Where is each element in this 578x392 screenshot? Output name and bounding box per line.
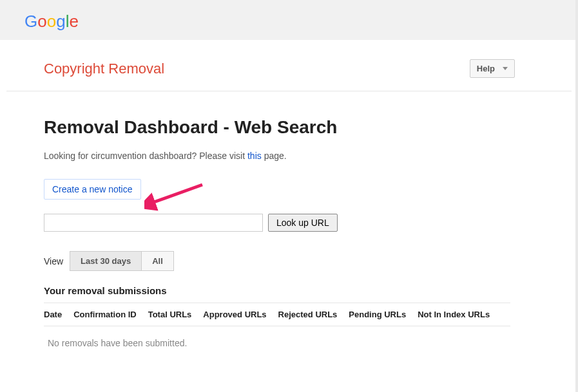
logo-letter: o <box>37 12 46 31</box>
tab-all[interactable]: All <box>142 251 174 271</box>
logo-letter: o <box>47 12 56 31</box>
submissions-title: Your removal submissions <box>44 285 510 296</box>
page-title: Removal Dashboard - Web Search <box>44 117 510 138</box>
col-not-in-index-urls: Not In Index URLs <box>418 310 490 319</box>
empty-message: No removals have been submitted. <box>44 338 510 348</box>
topbar: Google <box>0 0 578 40</box>
col-date: Date <box>44 310 62 319</box>
url-input[interactable] <box>44 214 263 232</box>
create-notice-button[interactable]: Create a new notice <box>44 179 141 200</box>
tab-last-30-days[interactable]: Last 30 days <box>70 251 142 271</box>
scrollbar-track <box>575 0 578 392</box>
view-tabs: View Last 30 days All <box>44 251 510 271</box>
page-description: Looking for circumvention dashboard? Ple… <box>44 151 510 161</box>
col-confirmation-id: Confirmation ID <box>73 310 137 319</box>
table-header-row: Date Confirmation ID Total URLs Approved… <box>44 310 510 326</box>
col-pending-urls: Pending URLs <box>349 310 406 319</box>
lookup-url-button[interactable]: Look up URL <box>268 214 338 232</box>
header-title: Copyright Removal <box>44 61 164 77</box>
view-label: View <box>44 256 63 266</box>
divider <box>44 303 510 303</box>
lookup-row: Look up URL <box>44 214 510 232</box>
help-button[interactable]: Help <box>470 59 515 78</box>
desc-text: Looking for circumvention dashboard? Ple… <box>44 151 247 161</box>
main-content: Removal Dashboard - Web Search Looking f… <box>0 91 535 348</box>
circumvention-link[interactable]: this <box>247 151 262 161</box>
logo-letter: e <box>69 12 78 31</box>
logo-letter: g <box>56 12 65 31</box>
col-rejected-urls: Rejected URLs <box>278 310 338 319</box>
chevron-down-icon <box>503 67 508 70</box>
page-header: Copyright Removal Help <box>0 40 578 78</box>
col-approved-urls: Approved URLs <box>203 310 266 319</box>
help-label: Help <box>477 64 495 73</box>
col-total-urls: Total URLs <box>148 310 192 319</box>
google-logo: Google <box>24 12 578 32</box>
desc-text: page. <box>262 151 287 161</box>
logo-letter: G <box>24 12 37 31</box>
divider <box>44 326 510 326</box>
